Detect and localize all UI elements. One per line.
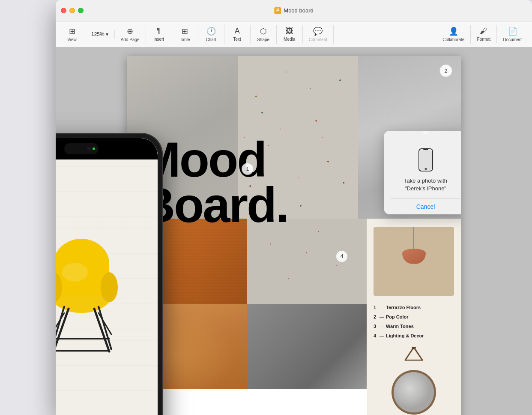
table-button[interactable]: ⊞ Table [176,25,194,44]
view-group: ⊞ View [59,25,85,44]
window-title-text: Mood board [284,7,313,14]
label-row-4: 4 — Lighting & Decor [374,331,454,340]
collaborate-icon: 👤 [449,27,458,36]
cancel-button[interactable]: Cancel [391,199,460,214]
view-label: View [67,37,77,42]
text-group: A Text [224,25,251,43]
maximize-button[interactable] [78,8,84,13]
close-button[interactable] [61,8,66,13]
view-icon: ⊞ [69,27,75,36]
chart-icon: 🕐 [206,27,216,36]
gray-terrazzo-cell [247,219,367,304]
svg-line-1 [414,347,422,360]
label-row-3: 3 — Warm Tones [374,322,454,331]
zoom-button[interactable]: 125% ▾ [89,30,111,39]
mac-window: P Mood board ⊞ View 125% ▾ ⊕ Add Page [56,0,532,415]
add-page-label: Add Page [121,37,140,42]
photo-popup: Take a photo with "Derek's iPhone" Cance… [384,131,461,214]
collaborate-button[interactable]: 👤 Collaborate [440,25,467,44]
add-page-button[interactable]: ⊕ Add Page [118,25,142,44]
comment-label: Comment [309,37,327,42]
table-icon: ⊞ [182,27,188,36]
label-row-1: 1 — Terrazzo Floors [374,303,454,312]
add-page-group: ⊕ Add Page [115,25,146,44]
mood-board-page: 2 1 4 [127,56,461,415]
popup-text: Take a photo with "Derek's iPhone" [404,177,447,192]
insert-button[interactable]: ¶ Insert [149,25,168,43]
chair-photo [56,138,158,415]
media-group: 🖼 Media [277,25,303,43]
lamp-cord [414,227,414,249]
right-info-panel: 1 — Terrazzo Floors 2 — Pop Color 3 [367,219,461,415]
svg-rect-8 [420,150,432,170]
insert-group: ¶ Insert [146,25,172,43]
chart-button[interactable]: 🕐 Chart [202,25,221,44]
add-page-icon: ⊕ [127,27,133,36]
svg-point-10 [424,168,427,170]
comment-button[interactable]: 💬 Comment [306,25,330,44]
zoom-group: 125% ▾ [85,30,115,39]
zoom-chevron: ▾ [106,31,108,37]
iphone-screen: Retake Use Photo [56,138,158,415]
iphone-overlay: Retake Use Photo [56,133,163,415]
chart-group: 🕐 Chart [198,25,224,44]
media-icon: 🖼 [286,27,293,36]
labels-list: 1 — Terrazzo Floors 2 — Pop Color 3 [374,303,454,340]
traffic-lights [61,8,84,13]
view-button[interactable]: ⊞ View [63,25,81,44]
shape-group: ⬡ Shape [251,25,277,44]
shape-label: Shape [257,37,269,42]
svg-rect-9 [423,148,428,150]
format-label: Format [477,37,491,42]
text-icon: A [235,27,240,36]
text-label: Text [233,37,241,42]
pages-canvas-area: 2 1 4 [56,47,532,415]
format-group: 🖌 Format [471,25,497,43]
table-label: Table [180,37,190,42]
mirror-section [374,347,454,415]
page-number: 2 [444,68,447,74]
page-indicator: 2 [439,64,452,77]
lamp-shade [402,249,426,264]
phone-icon [418,148,433,174]
comment-icon: 💬 [313,27,323,36]
svg-point-6 [394,372,434,412]
chart-label: Chart [206,37,216,42]
toolbar: ⊞ View 125% ▾ ⊕ Add Page ¶ Insert [56,21,532,47]
lamp-section [374,227,454,296]
svg-point-24 [62,263,88,282]
insert-label: Insert [153,37,164,42]
minimize-button[interactable] [69,8,75,13]
zoom-value: 125% [91,31,105,37]
document-icon: 📄 [508,27,517,36]
svg-line-0 [405,347,414,360]
badge-4: 4 [336,250,348,262]
collaborate-label: Collaborate [442,37,464,42]
collaborate-group: 👤 Collaborate [436,25,471,44]
badge-1: 1 [242,163,254,175]
window-title: P Mood board [274,7,313,14]
media-label: Media [284,37,295,42]
shape-button[interactable]: ⬡ Shape [254,25,273,44]
comment-group: 💬 Comment [303,25,334,44]
document-label: Document [503,37,523,42]
document-button[interactable]: 📄 Document [500,25,525,44]
chair-svg [56,223,133,360]
format-icon: 🖌 [480,27,487,36]
iphone-body: Retake Use Photo [56,133,163,415]
terrazzo-cell [238,56,358,219]
mirror-svg [388,347,439,415]
pages-app-icon: P [274,7,281,14]
table-group: ⊞ Table [172,25,198,44]
shape-icon: ⬡ [260,27,267,36]
media-button[interactable]: 🖼 Media [280,25,299,43]
title-bar: P Mood board [56,0,532,21]
document-group: 📄 Document [497,25,529,44]
text-button[interactable]: A Text [228,25,247,43]
fur-cell [247,304,367,389]
svg-point-15 [101,272,118,302]
insert-icon: ¶ [157,27,161,36]
label-row-2: 2 — Pop Color [374,312,454,322]
format-button[interactable]: 🖌 Format [474,25,493,43]
